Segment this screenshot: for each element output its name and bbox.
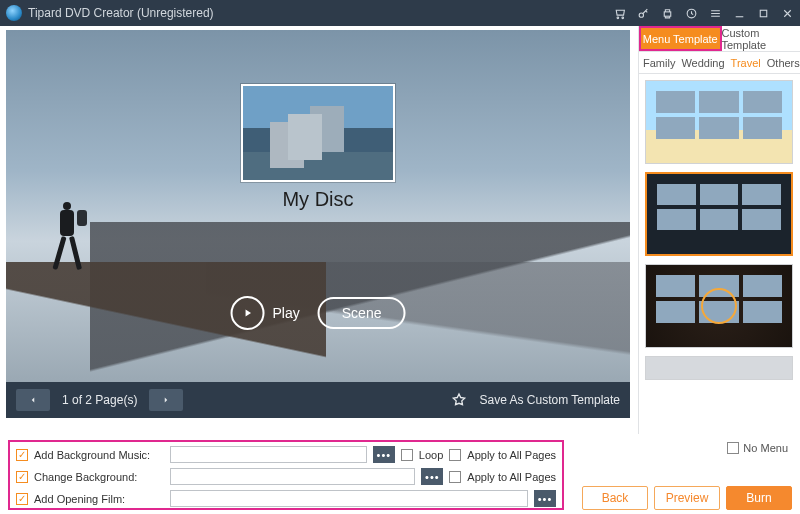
svg-rect-3 [664,11,671,15]
titlebar: Tipard DVD Creator (Unregistered) [0,0,800,26]
preview-button[interactable]: Preview [654,486,720,510]
category-wedding[interactable]: Wedding [681,57,724,69]
history-icon[interactable] [684,6,698,20]
loop-checkbox[interactable] [401,449,413,461]
bg-music-label: Add Background Music: [34,449,164,461]
pager-bar: 1 of 2 Page(s) Save As Custom Template [6,382,630,418]
opening-film-input[interactable] [170,490,528,507]
disc-title[interactable]: My Disc [282,188,353,211]
template-item[interactable] [645,80,793,164]
svg-point-1 [621,17,623,19]
minimize-icon[interactable] [732,6,746,20]
video-thumbnail[interactable] [241,84,395,182]
apply-all-label: Apply to All Pages [467,449,556,461]
page-prev-button[interactable] [16,389,50,411]
opening-film-label: Add Opening Film: [34,493,164,505]
save-template-button[interactable]: Save As Custom Template [479,393,620,407]
svg-point-0 [617,17,619,19]
tab-custom-template[interactable]: Custom Template [722,26,801,51]
star-icon [451,392,467,408]
template-item-selected[interactable] [645,172,793,256]
template-item[interactable] [645,356,793,380]
category-others[interactable]: Others [767,57,800,69]
apply-all-music-checkbox[interactable] [449,449,461,461]
burn-button[interactable]: Burn [726,486,792,510]
key-icon[interactable] [636,6,650,20]
svg-rect-5 [760,10,767,17]
back-button[interactable]: Back [582,486,648,510]
options-panel: Add Background Music: ••• Loop Apply to … [8,440,564,510]
change-bg-checkbox[interactable] [16,471,28,483]
svg-point-2 [639,12,643,16]
play-label: Play [273,305,300,321]
no-menu-label: No Menu [743,442,788,454]
no-menu-checkbox[interactable] [727,442,739,454]
page-next-button[interactable] [149,389,183,411]
page-indicator: 1 of 2 Page(s) [62,393,137,407]
close-icon[interactable] [780,6,794,20]
app-title: Tipard DVD Creator (Unregistered) [28,6,214,20]
template-item-download[interactable] [645,264,793,348]
bg-music-checkbox[interactable] [16,449,28,461]
preview-figure [52,202,82,280]
play-button[interactable]: Play [231,296,300,330]
loop-label: Loop [419,449,443,461]
print-icon[interactable] [660,6,674,20]
opening-film-checkbox[interactable] [16,493,28,505]
change-bg-input[interactable] [170,468,415,485]
change-bg-browse[interactable]: ••• [421,468,443,485]
download-icon [701,288,737,324]
menu-preview: My Disc Play Scene [6,30,630,382]
scene-button[interactable]: Scene [318,297,406,329]
template-panel: Menu Template Custom Template Family Wed… [638,26,800,434]
menu-icon[interactable] [708,6,722,20]
opening-film-browse[interactable]: ••• [534,490,556,507]
maximize-icon[interactable] [756,6,770,20]
apply-all-bg-checkbox[interactable] [449,471,461,483]
category-travel[interactable]: Travel [731,57,761,69]
bg-music-browse[interactable]: ••• [373,446,395,463]
category-family[interactable]: Family [643,57,675,69]
change-bg-label: Change Background: [34,471,164,483]
bg-music-input[interactable] [170,446,367,463]
app-logo [6,5,22,21]
cart-icon[interactable] [612,6,626,20]
apply-all-bg-label: Apply to All Pages [467,471,556,483]
tab-menu-template[interactable]: Menu Template [639,26,722,51]
